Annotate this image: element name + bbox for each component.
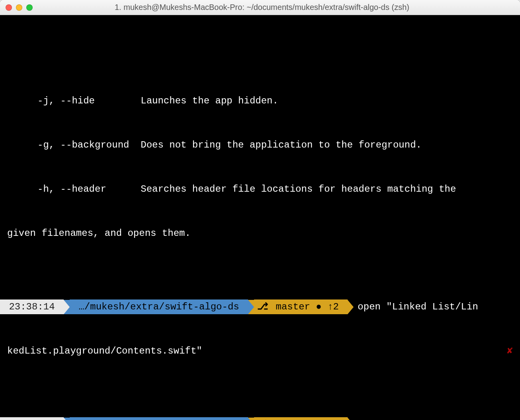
chevron-right-icon	[248, 418, 254, 420]
prompt-path: …/mukesh/extra/swift-algo-ds	[78, 299, 239, 314]
prompt-branch: master ● ↑2	[276, 299, 339, 314]
prompt-branch-segment: ⎇ master ● ↑2	[254, 299, 348, 314]
titlebar: 1. mukesh@Mukeshs-MacBook-Pro: ~/documen…	[0, 0, 520, 15]
prompt-time: 23:42:05	[9, 417, 55, 420]
chevron-right-icon	[248, 300, 254, 314]
terminal-content: -j, --hide Launches the app hidden. -g, …	[0, 45, 520, 420]
prompt-time-segment: 23:38:14	[0, 299, 64, 314]
chevron-right-icon	[348, 418, 354, 420]
error-icon: ✘	[507, 344, 513, 358]
prompt-path-segment: …/mukesh/extra/swift-algo-ds	[70, 417, 248, 420]
terminal-window: 1. mukesh@Mukeshs-MacBook-Pro: ~/documen…	[0, 0, 520, 420]
prompt-path: …/mukesh/extra/swift-algo-ds	[78, 417, 239, 420]
git-branch-icon: ⎇	[257, 299, 268, 314]
help-desc: Searches header file locations for heade…	[141, 184, 456, 194]
help-flags: -h, --header	[37, 184, 106, 194]
prompt-line: 23:42:05 …/mukesh/extra/swift-algo-ds ⎇ …	[0, 417, 520, 420]
help-flags: -j, --hide	[37, 95, 95, 106]
help-desc: Launches the app hidden.	[141, 95, 278, 106]
command-continuation-text: kedList.playground/Contents.swift"	[7, 344, 202, 358]
help-line: -h, --header Searches header file locati…	[0, 182, 520, 196]
chevron-right-icon	[64, 418, 70, 420]
window-title: 1. mukesh@Mukeshs-MacBook-Pro: ~/documen…	[10, 3, 514, 12]
prompt-command[interactable]: open "Linked List/Lin	[354, 299, 520, 314]
command-continuation: kedList.playground/Contents.swift" ✘	[0, 344, 520, 358]
help-line: -g, --background Does not bring the appl…	[0, 138, 520, 152]
prompt-time: 23:38:14	[9, 299, 55, 314]
chevron-right-icon	[348, 300, 354, 314]
prompt-branch: master ● ↑2	[276, 417, 339, 420]
prompt-time-segment: 23:42:05	[0, 417, 64, 420]
help-line: -j, --hide Launches the app hidden.	[0, 93, 520, 108]
help-continuation: given filenames, and opens them.	[0, 226, 520, 241]
prompt-path-segment: …/mukesh/extra/swift-algo-ds	[70, 299, 248, 314]
chevron-right-icon	[64, 300, 70, 314]
prompt-line: 23:38:14 …/mukesh/extra/swift-algo-ds ⎇ …	[0, 299, 520, 314]
terminal-body[interactable]: -j, --hide Launches the app hidden. -g, …	[0, 15, 520, 420]
prompt-command[interactable]: git status	[354, 417, 520, 420]
help-flags: -g, --background	[37, 140, 129, 150]
help-desc: Does not bring the application to the fo…	[141, 140, 422, 150]
git-branch-icon: ⎇	[257, 417, 268, 420]
prompt-branch-segment: ⎇ master ● ↑2	[254, 417, 348, 420]
